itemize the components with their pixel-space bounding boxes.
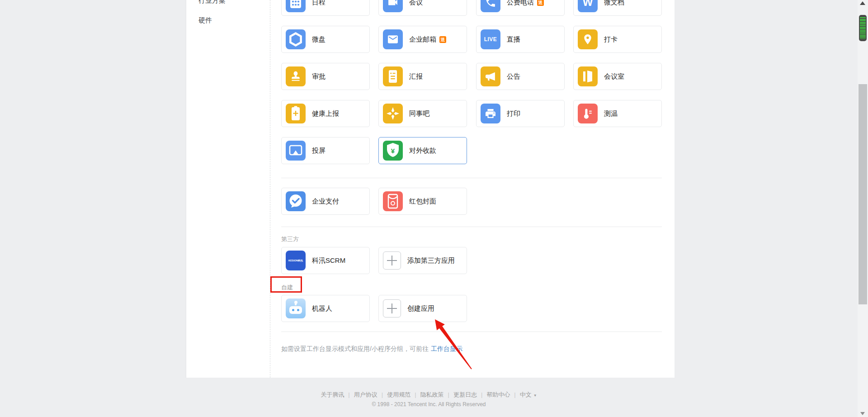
app-card-colleagues[interactable]: 同事吧 — [378, 100, 467, 127]
health-clipboard-icon — [286, 104, 306, 123]
gift-badge: 送 — [439, 36, 446, 43]
app-card-meeting[interactable]: 会议 — [378, 0, 467, 16]
app-label: 创建应用 — [407, 304, 434, 313]
workbench-note: 如需设置工作台显示模式和应用/小程序分组，可前往工作台显示 — [281, 345, 462, 353]
app-label: 测温 — [604, 109, 618, 118]
stamp-icon — [286, 66, 306, 86]
sidebar-item-industry-solutions[interactable]: 行业方案 — [198, 0, 226, 5]
app-card-robot[interactable]: 机器人 — [281, 295, 370, 322]
app-card-add-third-party[interactable]: 添加第三方应用 — [378, 247, 467, 274]
app-card-wedrive[interactable]: 微盘 — [281, 26, 370, 53]
kesion-icon: KESION科汛 — [286, 251, 306, 270]
sidebar-item-hardware[interactable]: 硬件 — [198, 16, 212, 25]
mail-icon — [383, 29, 403, 49]
printer-icon — [481, 104, 500, 123]
app-label: 打卡 — [604, 35, 618, 44]
app-label: 微文档 — [604, 0, 624, 7]
app-card-live[interactable]: LIVE 直播 — [476, 26, 565, 53]
app-label: 汇报 — [409, 72, 423, 81]
app-label: 会议 — [409, 0, 423, 7]
app-label: 同事吧 — [409, 109, 429, 118]
app-card-paid-call[interactable]: 公费电话 送 — [476, 0, 565, 16]
section-title-custom: 自建 — [281, 284, 293, 292]
app-label: 微盘 — [312, 35, 326, 44]
app-label: 企业支付 — [312, 197, 339, 206]
app-label: 审批 — [312, 72, 326, 81]
footer-link-usage-rules[interactable]: 使用规范 — [387, 391, 410, 398]
scroll-position-indicator — [859, 15, 867, 41]
live-icon: LIVE — [481, 29, 500, 49]
wedoc-icon: W — [578, 0, 598, 12]
plus-icon — [383, 251, 401, 270]
app-card-kesion-scrm[interactable]: KESION科汛 科汛SCRM — [281, 247, 370, 274]
phone-icon — [481, 0, 500, 12]
app-label: 打印 — [507, 109, 520, 118]
app-label: 日程 — [312, 0, 326, 7]
app-label: 会议室 — [604, 72, 624, 81]
section-divider — [281, 227, 662, 227]
settings-sidebar: 行业方案 硬件 — [186, 0, 270, 378]
workbench-display-link[interactable]: 工作台显示 — [431, 345, 462, 352]
footer-link-user-agreement[interactable]: 用户协议 — [354, 391, 377, 398]
app-label: 科汛SCRM — [312, 256, 345, 265]
footer-link-about-tencent[interactable]: 关于腾讯 — [321, 391, 344, 398]
app-label: 企业邮箱 — [409, 35, 436, 44]
report-doc-icon — [383, 66, 403, 86]
screen-cast-icon — [286, 141, 306, 161]
door-icon — [578, 66, 598, 86]
app-card-mail[interactable]: 企业邮箱 送 — [378, 26, 467, 53]
shield-yuan-icon: ¥ — [383, 141, 403, 161]
calendar-icon — [286, 0, 306, 12]
app-card-approval[interactable]: 审批 — [281, 63, 370, 90]
language-selector[interactable]: 中文 — [520, 391, 532, 398]
app-card-collect-payment[interactable]: ¥ 对外收款 — [378, 137, 467, 164]
location-pin-icon — [578, 29, 598, 49]
video-camera-icon — [383, 0, 403, 12]
caret-down-icon: ▼ — [533, 393, 537, 398]
section-title-third-party: 第三方 — [281, 235, 299, 243]
app-card-enterprise-pay[interactable]: 企业支付 — [281, 188, 370, 215]
gift-badge: 送 — [537, 0, 544, 6]
app-card-checkin[interactable]: 打卡 — [573, 26, 662, 53]
note-text: 如需设置工作台显示模式和应用/小程序分组，可前往 — [281, 345, 429, 352]
app-card-calendar[interactable]: 日程 — [281, 0, 370, 16]
scrollbar-track[interactable] — [858, 0, 868, 417]
app-label: 公告 — [507, 72, 520, 81]
section-divider — [281, 332, 662, 332]
section-divider — [281, 178, 662, 178]
app-label: 公费电话 — [507, 0, 534, 7]
app-management-page: 行业方案 硬件 日程 会议 公费电话 送 W 微文档 微盘 — [0, 0, 868, 417]
app-label: 添加第三方应用 — [407, 256, 455, 265]
thermometer-icon — [578, 104, 598, 123]
svg-text:¥: ¥ — [391, 147, 395, 155]
app-card-announcement[interactable]: 公告 — [476, 63, 565, 90]
red-packet-icon — [383, 191, 403, 211]
app-card-print[interactable]: 打印 — [476, 100, 565, 127]
app-label: 机器人 — [312, 304, 332, 313]
megaphone-icon — [481, 66, 500, 86]
app-label: 健康上报 — [312, 109, 339, 118]
app-label: 直播 — [507, 35, 520, 44]
app-card-red-packet-cover[interactable]: 红包封面 — [378, 188, 467, 215]
footer-links: 关于腾讯|用户协议|使用规范|隐私政策|更新日志|帮助中心|中文▼ — [0, 391, 858, 399]
footer-link-help-center[interactable]: 帮助中心 — [486, 391, 510, 398]
scrollbar-down-arrow-icon[interactable] — [860, 412, 865, 415]
plus-icon — [383, 299, 401, 317]
app-label: 对外收款 — [409, 147, 436, 155]
scrollbar-up-arrow-icon[interactable] — [860, 1, 865, 5]
app-card-screen-cast[interactable]: 投屏 — [281, 137, 370, 164]
scrollbar-thumb[interactable] — [859, 84, 867, 304]
wedrive-hexagon-icon — [286, 29, 306, 49]
app-card-create-app[interactable]: 创建应用 — [378, 295, 467, 322]
app-card-wedoc[interactable]: W 微文档 — [573, 0, 662, 16]
app-label: 投屏 — [312, 147, 326, 155]
robot-icon — [286, 299, 306, 318]
app-label: 红包封面 — [409, 197, 436, 206]
app-card-meeting-room[interactable]: 会议室 — [573, 63, 662, 90]
footer-link-changelog[interactable]: 更新日志 — [453, 391, 477, 398]
copyright-text: © 1998 - 2021 Tencent Inc. All Rights Re… — [0, 401, 858, 408]
footer-link-privacy-policy[interactable]: 隐私政策 — [420, 391, 444, 398]
app-card-temperature[interactable]: 测温 — [573, 100, 662, 127]
app-card-report[interactable]: 汇报 — [378, 63, 467, 90]
app-card-health-report[interactable]: 健康上报 — [281, 100, 370, 127]
